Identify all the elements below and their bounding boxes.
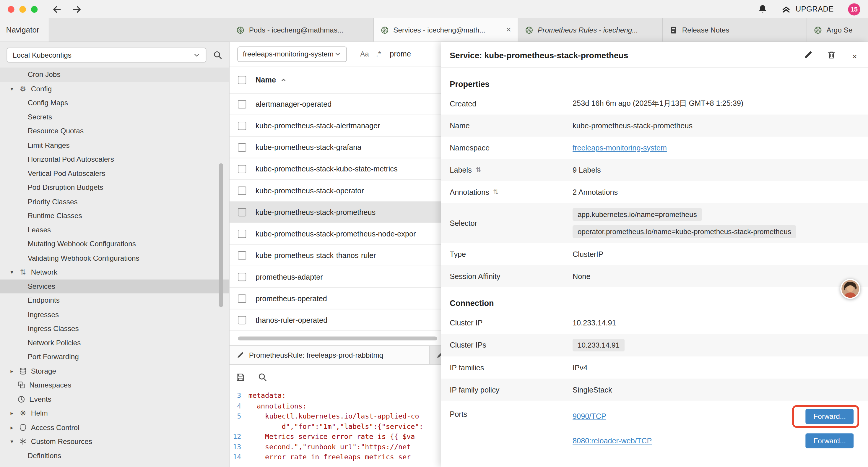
upgrade-button[interactable]: UPGRADE	[782, 5, 834, 13]
regex-toggle[interactable]: .*	[376, 50, 381, 58]
sidebar-item-port-forwarding[interactable]: Port Forwarding	[0, 350, 229, 364]
sidebar-item-limit-ranges[interactable]: Limit Ranges	[0, 138, 229, 152]
minimize-window-button[interactable]	[20, 6, 26, 12]
row-checkbox[interactable]	[238, 229, 246, 238]
namespace-link[interactable]: freeleaps-monitoring-system	[572, 144, 667, 152]
notifications-button[interactable]	[758, 4, 768, 14]
sidebar-item-label: Config	[31, 85, 52, 93]
save-icon	[236, 372, 245, 382]
row-checkbox[interactable]	[238, 316, 246, 324]
kubeconfig-selector[interactable]: Local Kubeconfigs	[6, 47, 206, 62]
chevron-down-icon[interactable]: ▾	[9, 269, 15, 275]
chevron-down-icon[interactable]: ▾	[9, 438, 15, 444]
tab-services-icecheng-math[interactable]: Services - icecheng@math...×	[374, 18, 519, 42]
sidebar-item-label: Secrets	[28, 113, 52, 121]
sidebar-item-services[interactable]: Services	[0, 279, 229, 293]
sidebar-item-ingresses[interactable]: Ingresses	[0, 308, 229, 322]
notification-count-badge[interactable]: 15	[848, 3, 860, 15]
save-button[interactable]	[236, 372, 245, 382]
sidebar-item-leases[interactable]: Leases	[0, 223, 229, 237]
sort-toggle-icon[interactable]: ⇅	[493, 188, 499, 196]
sidebar-item-access-control[interactable]: ▸Access Control	[0, 420, 229, 435]
chevron-right-icon[interactable]: ▸	[9, 425, 15, 431]
close-tab-icon[interactable]: ×	[506, 25, 511, 35]
sidebar-item-custom-resources[interactable]: ▾Custom Resources	[0, 435, 229, 449]
sidebar-item-mutating-webhook-configurations[interactable]: Mutating Webhook Configurations	[0, 237, 229, 251]
detail-row-value: IPv4	[572, 363, 859, 372]
row-checkbox[interactable]	[238, 121, 246, 130]
sidebar-item-events[interactable]: Events	[0, 392, 229, 406]
sidebar-scrollbar[interactable]	[219, 163, 223, 307]
select-all-checkbox[interactable]	[238, 76, 246, 84]
row-checkbox[interactable]	[238, 251, 246, 259]
sidebar-item-label: Limit Ranges	[28, 141, 70, 149]
sidebar-item-storage[interactable]: ▸Storage	[0, 364, 229, 378]
row-checkbox[interactable]	[238, 143, 246, 151]
sidebar-item-helm[interactable]: ▸☸Helm	[0, 406, 229, 420]
row-checkbox[interactable]	[238, 165, 246, 173]
tab-label: Release Notes	[682, 26, 800, 34]
row-checkbox[interactable]	[238, 272, 246, 281]
detail-row-value: app.kubernetes.io/name=prometheusoperato…	[572, 203, 859, 243]
back-button[interactable]	[52, 4, 62, 14]
port-link[interactable]: 9090/TCP	[572, 412, 606, 420]
delete-button[interactable]	[827, 50, 836, 59]
name-column-header[interactable]: Name	[255, 76, 286, 84]
detail-value: 9 Labels	[572, 166, 601, 174]
tab-pods-icecheng-mathmas[interactable]: Pods - icecheng@mathmas...	[229, 18, 374, 42]
sidebar-item-config-maps[interactable]: Config Maps	[0, 96, 229, 110]
tab-prometheus-rules-icecheng[interactable]: Prometheus Rules - icecheng...	[519, 18, 663, 42]
sidebar-item-label: Mutating Webhook Configurations	[28, 240, 136, 248]
namespace-filter-select[interactable]: freeleaps-monitoring-system	[237, 46, 347, 61]
sidebar-item-validating-webhook-configurations[interactable]: Validating Webhook Configurations	[0, 251, 229, 265]
dock-tab-prometheusrule[interactable]: PrometheusRule: freeleaps-prod-rabbitmq	[229, 346, 430, 364]
row-checkbox[interactable]	[238, 294, 246, 302]
sidebar-item-cron-jobs[interactable]: Cron Jobs	[0, 67, 229, 82]
sidebar-item-endpoints[interactable]: Endpoints	[0, 293, 229, 308]
sidebar-item-secrets[interactable]: Secrets	[0, 110, 229, 124]
support-avatar[interactable]	[840, 279, 860, 299]
sidebar-item-config[interactable]: ▾⚙Config	[0, 82, 229, 96]
chevron-right-icon[interactable]: ▸	[9, 368, 15, 374]
sidebar-search-button[interactable]	[213, 50, 222, 59]
tab-argo-se[interactable]: Argo Se	[807, 18, 868, 42]
edit-button[interactable]	[804, 50, 813, 59]
row-checkbox[interactable]	[238, 100, 246, 108]
row-checkbox[interactable]	[238, 186, 246, 195]
chevron-right-icon[interactable]: ▸	[9, 410, 15, 416]
sidebar-item-priority-classes[interactable]: Priority Classes	[0, 195, 229, 209]
sort-toggle-icon[interactable]: ⇅	[476, 166, 481, 174]
sidebar-item-label: Ingress Classes	[28, 324, 79, 333]
forward-button[interactable]	[72, 4, 82, 14]
zoom-window-button[interactable]	[31, 6, 37, 12]
forward-button[interactable]: Forward...	[806, 433, 854, 448]
editor-search-button[interactable]	[258, 372, 267, 382]
sidebar-item-label: Vertical Pod Autoscalers	[28, 169, 105, 178]
sidebar-item-network[interactable]: ▾⇅Network	[0, 265, 229, 279]
sidebar-item-vertical-pod-autoscalers[interactable]: Vertical Pod Autoscalers	[0, 167, 229, 181]
sidebar-item-ingress-classes[interactable]: Ingress Classes	[0, 322, 229, 336]
sidebar-item-horizontal-pod-autoscalers[interactable]: Horizontal Pod Autoscalers	[0, 152, 229, 167]
close-panel-button[interactable]: ×	[850, 49, 859, 61]
sidebar-item-resource-quotas[interactable]: Resource Quotas	[0, 124, 229, 138]
detail-row-value: freeleaps-monitoring-system	[572, 144, 859, 152]
tab-release-notes[interactable]: Release Notes	[663, 18, 807, 42]
sidebar-item-definitions[interactable]: Definitions	[0, 449, 229, 463]
forward-button[interactable]: Forward...	[806, 409, 854, 424]
sidebar-item-network-policies[interactable]: Network Policies	[0, 336, 229, 350]
port-link[interactable]: 8080:reloader-web/TCP	[572, 436, 652, 444]
detail-row-labels: Labels⇅9 Labels	[441, 159, 868, 181]
sidebar-item-label: Services	[28, 282, 55, 291]
horizontal-scrollbar[interactable]	[238, 337, 437, 340]
chevron-down-icon[interactable]: ▾	[9, 86, 15, 92]
search-input[interactable]: prome	[390, 50, 411, 58]
match-case-toggle[interactable]: Aa	[360, 50, 369, 58]
sidebar-item-runtime-classes[interactable]: Runtime Classes	[0, 209, 229, 223]
detail-row-label: IP family policy	[450, 385, 572, 394]
row-checkbox[interactable]	[238, 208, 246, 216]
close-window-button[interactable]	[8, 6, 14, 12]
detail-row-type: TypeClusterIP	[441, 243, 868, 265]
section-heading-properties: Properties	[450, 80, 859, 89]
sidebar-item-namespaces[interactable]: Namespaces	[0, 378, 229, 392]
sidebar-item-pod-disruption-budgets[interactable]: Pod Disruption Budgets	[0, 180, 229, 195]
